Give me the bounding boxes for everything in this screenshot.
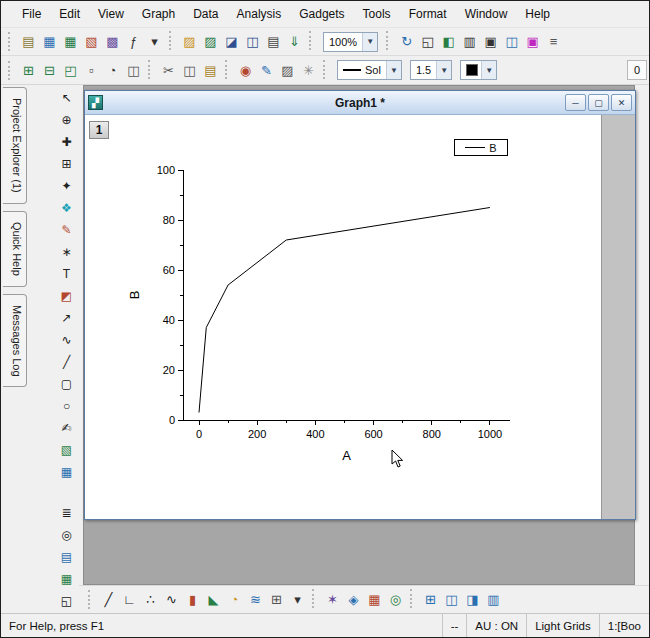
circle-tool[interactable]: ○ [56, 395, 77, 416]
menu-tools[interactable]: Tools [354, 3, 400, 25]
graph-window-right-gutter[interactable] [601, 115, 635, 519]
graph-window-titlebar[interactable]: ▞ Graph1 * ─▢✕ [85, 91, 635, 115]
selection-tool[interactable]: ✦ [56, 175, 77, 196]
date-time-stamp-button[interactable]: ◔ [102, 60, 123, 81]
chevron-down-icon[interactable]: ▼ [436, 61, 451, 79]
arrange-windows-button[interactable]: ◫ [501, 31, 522, 52]
fill-color-button[interactable]: ◉ [235, 60, 256, 81]
save-window-button[interactable]: ◫ [242, 31, 263, 52]
tab-project-explorer[interactable]: Project Explorer (1) [3, 87, 27, 204]
text-tool[interactable]: T [56, 263, 77, 284]
graph-plot[interactable]: 02004006008001000020406080100AB [85, 115, 601, 519]
fit-page-button[interactable]: ◱ [56, 590, 77, 611]
menu-view[interactable]: View [89, 3, 133, 25]
chevron-down-icon[interactable]: ▼ [481, 61, 496, 79]
new-workbook-button[interactable]: ▦ [39, 31, 60, 52]
multi-panel-button[interactable]: ⊞ [266, 589, 287, 610]
add-xy-layer-button[interactable]: ⊞ [420, 589, 441, 610]
layer-display-button[interactable]: ◎ [56, 524, 77, 545]
menu-edit[interactable]: Edit [50, 3, 89, 25]
line-style-combo[interactable]: Sol ▼ [337, 60, 402, 80]
data-reader-tool[interactable]: ∗ [56, 241, 77, 262]
line-symbol-button[interactable]: ∿ [161, 589, 182, 610]
open-excel-button[interactable]: ▨ [200, 31, 221, 52]
add-inset-layer-button[interactable]: ◰ [60, 60, 81, 81]
new-more-button[interactable]: ▾ [144, 31, 165, 52]
import-wizard-button[interactable]: ⇓ [284, 31, 305, 52]
status-autoupdate[interactable]: AU : ON [466, 614, 526, 637]
rectangle-tool[interactable]: ▢ [56, 373, 77, 394]
open-button[interactable]: ▨ [179, 31, 200, 52]
menu-graph[interactable]: Graph [133, 3, 184, 25]
horizontal-step-button[interactable]: ∟ [119, 589, 140, 610]
new-function-graph-button[interactable]: ƒ [123, 31, 144, 52]
menu-window[interactable]: Window [456, 3, 517, 25]
3d-bars-button[interactable]: ▦ [364, 589, 385, 610]
close-button[interactable]: ✕ [611, 94, 632, 111]
line-color-combo[interactable]: ▼ [460, 60, 497, 80]
insert-worksheet-tool[interactable]: ▦ [56, 461, 77, 482]
pointer-tool[interactable]: ↖ [56, 87, 77, 108]
menu-data[interactable]: Data [184, 3, 227, 25]
line-plot-button[interactable]: ╱ [98, 589, 119, 610]
curved-arrow-tool[interactable]: ∿ [56, 329, 77, 350]
menu-analysis[interactable]: Analysis [228, 3, 291, 25]
merge-graphs-button[interactable]: ◫ [441, 589, 462, 610]
menu-help[interactable]: Help [516, 3, 559, 25]
layer-properties-button[interactable]: ◫ [123, 60, 144, 81]
3d-surface-button[interactable]: ◈ [343, 589, 364, 610]
template-library-button[interactable]: ▾ [287, 589, 308, 610]
add-object-button[interactable]: ▦ [56, 568, 77, 589]
theme-gallery-button[interactable]: ▣ [522, 31, 543, 52]
object-manager-button[interactable]: ≣ [56, 502, 77, 523]
add-right-y-layer-button[interactable]: ⊟ [39, 60, 60, 81]
layer-arrange-button[interactable]: ▥ [483, 589, 504, 610]
paste-button[interactable]: ▤ [200, 60, 221, 81]
status-placeholder[interactable]: -- [442, 614, 467, 637]
scale-in-tool[interactable]: ⊞ [56, 153, 77, 174]
new-excel-button[interactable]: ▦ [60, 31, 81, 52]
regional-mask-tool[interactable]: ❖ [56, 197, 77, 218]
offset-value-box[interactable]: 0 [627, 60, 647, 80]
column-plot-button[interactable]: ▮ [182, 589, 203, 610]
line-color-button[interactable]: ✎ [256, 60, 277, 81]
pattern-button[interactable]: ▨ [277, 60, 298, 81]
effects-button[interactable]: ✳ [298, 60, 319, 81]
graph-window[interactable]: ▞ Graph1 * ─▢✕ 1 B 020040060080010000204… [84, 90, 636, 520]
chevron-down-icon[interactable]: ▼ [362, 33, 377, 51]
add-layer-button[interactable]: ⊞ [18, 60, 39, 81]
apps-button[interactable]: ▤ [56, 546, 77, 567]
refresh-button[interactable]: ↻ [396, 31, 417, 52]
new-graph-button[interactable]: ▧ [81, 31, 102, 52]
pie-chart-button[interactable]: ◔ [224, 589, 245, 610]
command-window-toggle[interactable]: ▣ [480, 31, 501, 52]
arrow-tool[interactable]: ↗ [56, 307, 77, 328]
new-matrix-button[interactable]: ▩ [102, 31, 123, 52]
status-active-window[interactable]: 1:[Boo [599, 614, 649, 637]
object-edit-tool[interactable]: ◩ [56, 285, 77, 306]
draw-data-tool[interactable]: ✎ [56, 219, 77, 240]
tab-quick-help[interactable]: Quick Help [3, 211, 27, 287]
status-theme[interactable]: Light Grids [526, 614, 599, 637]
menu-file[interactable]: File [13, 3, 50, 25]
extract-layers-button[interactable]: ◨ [462, 589, 483, 610]
toolbar-options-button[interactable]: ≡ [543, 31, 564, 52]
results-log-toggle[interactable]: ▥ [459, 31, 480, 52]
toolbar-gripper[interactable] [88, 590, 95, 609]
line-width-combo[interactable]: 1.5 ▼ [410, 60, 452, 80]
print-button[interactable]: ▤ [263, 31, 284, 52]
zoom-in-tool[interactable]: ⊕ [56, 109, 77, 130]
toolbar-gripper[interactable] [8, 32, 15, 51]
chevron-down-icon[interactable]: ▼ [386, 61, 401, 79]
copy-button[interactable]: ◫ [179, 60, 200, 81]
minimize-button[interactable]: ─ [565, 94, 586, 111]
stacked-plot-button[interactable]: ≋ [245, 589, 266, 610]
contour-button[interactable]: ◎ [385, 589, 406, 610]
tab-messages-log[interactable]: Messages Log [3, 294, 27, 388]
insert-graph-tool[interactable]: ▧ [56, 439, 77, 460]
save-project-button[interactable]: ◪ [221, 31, 242, 52]
zoom-pan-tool[interactable]: ✚ [56, 131, 77, 152]
zoom-combo[interactable]: 100% ▼ [323, 32, 378, 52]
menu-gadgets[interactable]: Gadgets [290, 3, 353, 25]
menu-format[interactable]: Format [400, 3, 456, 25]
